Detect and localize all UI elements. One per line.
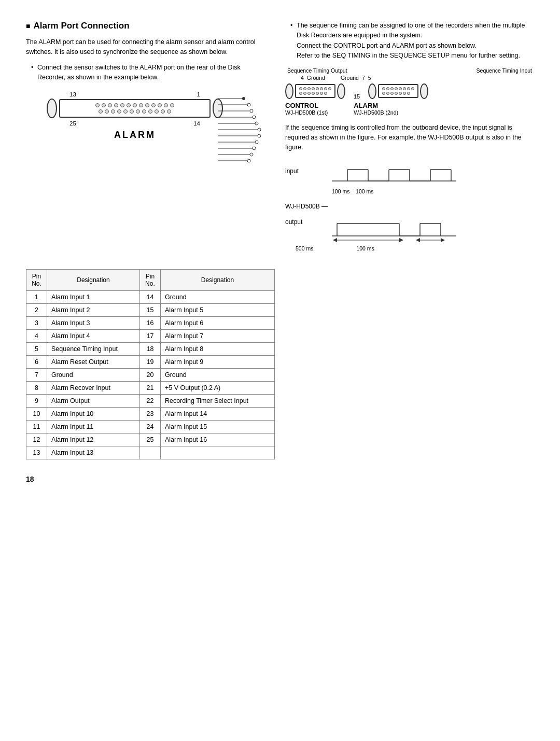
- pin: [407, 87, 410, 90]
- pin: [382, 92, 385, 95]
- pin: [390, 87, 394, 90]
- page-container: Alarm Port Connection The ALARM port can…: [26, 21, 534, 483]
- svg-point-15: [253, 147, 256, 150]
- pin-number-right: 20: [139, 368, 160, 381]
- designation-left: Ground: [47, 368, 140, 381]
- table-row: 7 Ground 20 Ground: [26, 368, 275, 381]
- pin-number-right: 16: [139, 316, 160, 329]
- designation-left: Alarm Input 1: [47, 290, 140, 303]
- table-row: 12 Alarm Input 12 25 Alarm Input 16: [26, 433, 275, 446]
- pin: [324, 92, 327, 95]
- output-waveform-svg: [332, 211, 456, 242]
- pin: [170, 103, 174, 107]
- section-title: Alarm Port Connection: [26, 21, 264, 31]
- pin-number-left: 2: [26, 303, 47, 316]
- input-signal-row: input: [285, 160, 534, 186]
- pin: [395, 87, 398, 90]
- designation-right: Recording Timer Select Input: [160, 394, 274, 407]
- right-column: The sequence timing can be assigned to o…: [285, 21, 534, 259]
- svg-marker-44: [399, 238, 403, 242]
- designation-right: Alarm Input 6: [160, 316, 274, 329]
- output-label: output: [285, 211, 327, 226]
- wj-label: WJ-HD500B —: [285, 203, 534, 210]
- pin4-label: 4: [301, 75, 304, 81]
- pin: [102, 103, 106, 107]
- designation-right: Alarm Input 9: [160, 355, 274, 368]
- alarm-label: ALARM: [47, 130, 223, 141]
- center-15-label: 15: [354, 93, 360, 100]
- bullet-item-2: The sequence timing can be assigned to o…: [290, 21, 534, 61]
- pin-number-left: 12: [26, 433, 47, 446]
- bullet-list: Connect the sensor switches to the ALARM…: [26, 63, 264, 83]
- pin-number-right: 22: [139, 394, 160, 407]
- control-alarm-section: Sequence Timing Output Sequence Timing I…: [285, 67, 534, 116]
- designation-right: Alarm Input 16: [160, 433, 274, 446]
- input-timing-labels: 100 ms 100 ms: [285, 188, 534, 194]
- pin: [390, 92, 394, 95]
- pin: [399, 92, 402, 95]
- connector-main: [59, 99, 211, 118]
- svg-marker-43: [333, 238, 337, 242]
- pin: [395, 92, 398, 95]
- pin-number-left: 8: [26, 381, 47, 394]
- pin: [117, 109, 121, 114]
- designation-left: Alarm Output: [47, 394, 140, 407]
- pin: [312, 92, 315, 95]
- input-waveform-svg: [332, 160, 456, 186]
- pin: [151, 103, 156, 107]
- top-pin-row: [65, 103, 204, 107]
- col1-header1: Pin: [31, 273, 43, 280]
- designation-right: Ground: [160, 368, 274, 381]
- label-25: 25: [69, 120, 76, 127]
- pin: [316, 87, 319, 90]
- pin-number-right: 23: [139, 407, 160, 420]
- pin-number-left: 13: [26, 446, 47, 459]
- designation-right: Alarm Input 14: [160, 407, 274, 420]
- pin-number-right: 15: [139, 303, 160, 316]
- pin: [407, 92, 410, 95]
- pin: [386, 92, 389, 95]
- pin: [312, 87, 315, 90]
- pin-number-left: 4: [26, 329, 47, 342]
- designation-left: Alarm Input 2: [47, 303, 140, 316]
- output-timing-labels: 500 ms 100 ms: [285, 245, 534, 251]
- pin: [320, 92, 323, 95]
- intro-paragraph: The ALARM port can be used for connectin…: [26, 37, 264, 58]
- designation-right: Alarm Input 8: [160, 342, 274, 355]
- pin-number-left: 7: [26, 368, 47, 381]
- control-left-ear: [285, 83, 293, 99]
- designation-right: Ground: [160, 290, 274, 303]
- designation-left: Alarm Input 4: [47, 329, 140, 342]
- alarm-connector-body: [47, 99, 223, 118]
- pin: [114, 103, 118, 107]
- label-13: 13: [69, 91, 76, 97]
- pin: [111, 109, 115, 114]
- pin: [108, 103, 112, 107]
- svg-point-1: [247, 103, 250, 106]
- designation-left: Sequence Timing Input: [47, 342, 140, 355]
- pin: [307, 92, 311, 95]
- title-text: Alarm Port Connection: [33, 21, 129, 31]
- page-number: 18: [26, 475, 534, 483]
- svg-point-13: [255, 141, 258, 144]
- pin: [105, 109, 109, 114]
- designation-right: [160, 446, 274, 459]
- designation-right: Alarm Input 7: [160, 329, 274, 342]
- wire-connections: [218, 96, 264, 190]
- table-row: 13 Alarm Input 13: [26, 446, 275, 459]
- alarm-pins-body: [378, 84, 418, 98]
- pin-number-left: 1: [26, 290, 47, 303]
- ground-right-label: Ground: [341, 75, 359, 81]
- svg-point-5: [253, 116, 256, 119]
- ground-left-label: Ground: [307, 75, 325, 81]
- alarm-connector-diagram: 13 1: [47, 91, 223, 141]
- label-1: 1: [197, 91, 200, 97]
- pin: [145, 103, 149, 107]
- table-row: 5 Sequence Timing Input 18 Alarm Input 8: [26, 342, 275, 355]
- table-row: 9 Alarm Output 22 Recording Timer Select…: [26, 394, 275, 407]
- designation-right: Alarm Input 5: [160, 303, 274, 316]
- pin-number-left: 5: [26, 342, 47, 355]
- pin: [120, 103, 124, 107]
- pin-number-right: 14: [139, 290, 160, 303]
- alarm-name-label: ALARM WJ-HD500B (2nd): [354, 102, 398, 116]
